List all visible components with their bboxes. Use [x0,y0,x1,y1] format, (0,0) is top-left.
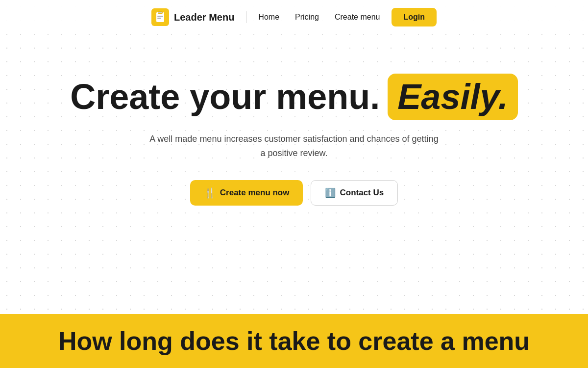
brand-name: Leader Menu [174,12,234,23]
bottom-title-plain: How long does it take to create a menu [58,327,530,355]
nav-link-home[interactable]: Home [258,13,279,21]
brand-logo[interactable]: Leader Menu [151,8,234,26]
nav-divider [246,11,246,23]
bottom-title: How long does it take to create a menu [58,326,530,356]
bottom-section: How long does it take to create a menu [0,314,588,368]
nav-links: Home Pricing Create menu [258,13,380,22]
create-menu-label: Create menu now [220,188,290,198]
contact-us-button[interactable]: ℹ️ Contact Us [311,180,398,206]
hero-title-highlight: Easily. [388,74,518,120]
create-menu-button[interactable]: 🍴 Create menu now [190,180,303,206]
hero-subtitle: A well made menu increases customer sati… [147,132,441,160]
hero-section: Create your menu. Easily. A well made me… [0,34,588,235]
brand-icon [151,8,169,26]
login-button[interactable]: Login [392,8,437,26]
contact-us-label: Contact Us [340,188,384,198]
nav-link-pricing[interactable]: Pricing [295,13,319,21]
fork-knife-icon: 🍴 [204,187,216,199]
svg-rect-4 [157,16,163,17]
navbar: Leader Menu Home Pricing Create menu Log… [0,0,588,34]
hero-title: Create your menu. Easily. [70,74,518,120]
nav-link-create-menu[interactable]: Create menu [335,13,380,21]
svg-rect-5 [157,18,161,19]
hero-title-plain: Create your menu. [70,78,380,116]
svg-rect-6 [158,12,162,13]
hero-buttons: 🍴 Create menu now ℹ️ Contact Us [190,180,398,206]
info-icon: ℹ️ [325,187,336,198]
